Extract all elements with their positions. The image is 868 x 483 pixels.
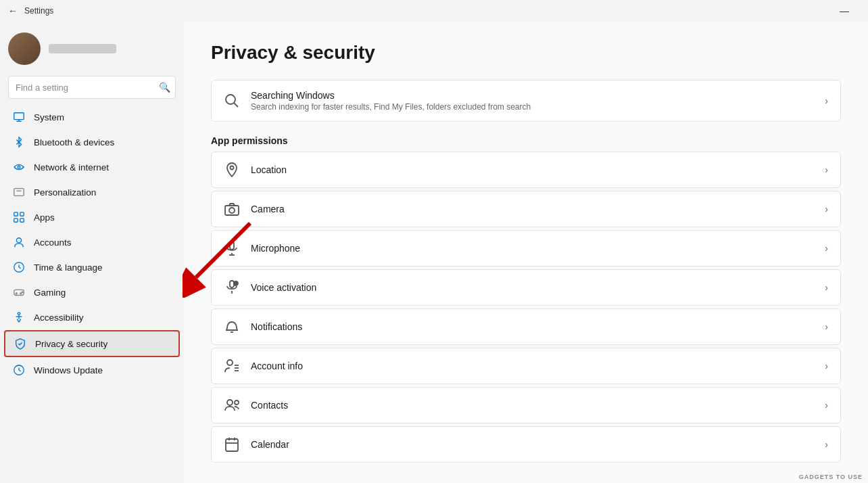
chevron-right-icon: › [825,400,828,411]
setting-card-searching-windows[interactable]: Searching Windows Search indexing for fa… [211,80,841,122]
voice-icon [224,279,240,296]
network-icon [12,160,26,174]
sidebar-item-apps[interactable]: Apps [4,205,180,229]
card-text: Microphone [251,243,814,254]
card-title: Location [251,164,814,175]
avatar [8,32,41,65]
chevron-right-icon: › [825,439,828,450]
personalization-icon [12,185,26,199]
chevron-right-icon: › [825,204,828,214]
card-title: Account info [251,361,814,371]
svg-rect-31 [230,281,234,288]
svg-point-17 [18,313,20,315]
sidebar-item-personalization[interactable]: Personalization [4,180,180,204]
chevron-right-icon: › [825,95,828,106]
svg-point-23 [226,95,235,104]
time-icon [12,260,26,274]
permission-card-location[interactable]: Location › [211,152,841,188]
permission-card-calendar[interactable]: Calendar › [211,426,841,463]
svg-rect-8 [14,218,18,222]
sidebar-item-system[interactable]: System [4,105,180,129]
notifications-icon [224,319,240,335]
bluetooth-icon [12,135,26,149]
svg-rect-6 [14,212,18,216]
watermark: GADGETS TO USE [799,474,863,480]
chevron-right-icon: › [825,243,828,254]
svg-rect-28 [230,242,234,250]
svg-point-39 [227,400,233,405]
search-box: 🔍 [8,76,176,99]
svg-point-25 [231,166,234,170]
permission-card-camera[interactable]: Camera › [211,191,841,227]
nav-item-label: System [34,112,64,122]
svg-point-27 [229,208,235,213]
microphone-icon [224,240,240,256]
permission-card-account-info[interactable]: Account info › [211,348,841,384]
card-title: Camera [251,204,814,214]
sidebar-item-accessibility[interactable]: Accessibility [4,305,180,329]
minimize-button[interactable]: — [829,0,860,22]
update-icon [12,363,26,377]
sidebar-item-bluetooth[interactable]: Bluetooth & devices [4,130,180,154]
card-title: Contacts [251,400,814,411]
card-title: Voice activation [251,282,814,293]
accessibility-icon [12,310,26,324]
sidebar-item-privacy[interactable]: Privacy & security [4,330,180,357]
sidebar-item-gaming[interactable]: Gaming [4,280,180,304]
back-icon[interactable]: ← [8,5,18,16]
page-title: Privacy & security [211,42,841,64]
app-permissions-header: App permissions [211,135,841,146]
card-title: Searching Windows [251,90,814,101]
permission-card-microphone[interactable]: Microphone › [211,230,841,267]
svg-rect-41 [226,439,238,451]
system-icon [12,110,26,124]
top-items-list: Searching Windows Search indexing for fa… [211,80,841,122]
nav-item-label: Time & language [34,262,103,273]
card-text: Camera [251,204,814,214]
apps-icon [12,210,26,224]
sidebar: 🔍 System Bluetooth & devices Network & i… [0,22,184,483]
calendar-icon [224,436,240,453]
svg-point-10 [16,238,21,243]
accounts-icon [12,235,26,249]
chevron-right-icon: › [825,164,828,175]
sidebar-item-accounts[interactable]: Accounts [4,230,180,254]
titlebar-title: Settings [24,6,53,16]
card-text: Notifications [251,321,814,332]
permission-card-notifications[interactable]: Notifications › [211,308,841,345]
chevron-right-icon: › [825,361,828,371]
card-desc: Search indexing for faster results, Find… [251,102,814,112]
svg-rect-0 [14,113,24,120]
card-text: Voice activation [251,282,814,293]
sidebar-top [0,22,184,73]
svg-point-16 [22,292,23,293]
search-input[interactable] [8,76,176,99]
nav-item-label: Privacy & security [35,339,107,349]
contacts-icon [224,397,240,413]
permission-card-voice-activation[interactable]: Voice activation › [211,269,841,306]
card-text: Location [251,164,814,175]
nav-list: System Bluetooth & devices Network & int… [0,104,184,383]
svg-point-15 [20,293,22,294]
card-title: Notifications [251,321,814,332]
nav-item-label: Bluetooth & devices [34,137,114,147]
svg-rect-9 [20,218,24,222]
sidebar-item-network[interactable]: Network & internet [4,155,180,179]
camera-icon [224,201,240,217]
sidebar-item-time[interactable]: Time & language [4,255,180,279]
permission-card-contacts[interactable]: Contacts › [211,387,841,423]
svg-rect-4 [14,189,24,196]
sidebar-item-windows-update[interactable]: Windows Update [4,358,180,382]
card-text: Searching Windows Search indexing for fa… [251,90,814,112]
user-name [49,44,116,53]
chevron-right-icon: › [825,282,828,293]
nav-item-label: Apps [34,212,55,223]
svg-line-20 [17,319,19,323]
card-title: Calendar [251,439,814,450]
location-icon [224,162,240,178]
card-text: Calendar [251,439,814,450]
svg-point-3 [18,166,20,168]
chevron-right-icon: › [825,321,828,332]
svg-point-35 [227,360,233,365]
gaming-icon [12,285,26,299]
